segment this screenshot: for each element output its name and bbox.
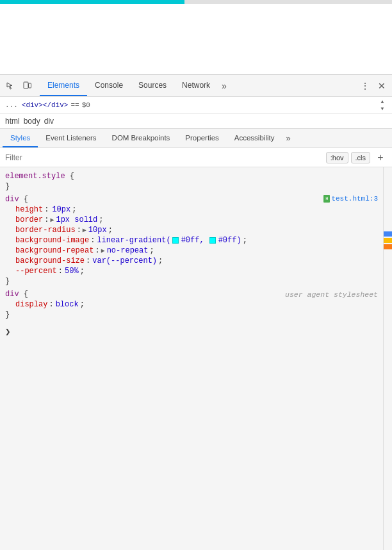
path-item-div[interactable]: div — [44, 117, 54, 126]
devtools-panel: Elements Console Sources Network » ⋮ ✕ .… — [0, 74, 392, 550]
tab-elements[interactable]: Elements — [40, 75, 87, 96]
breadcrumb-tag[interactable]: <div></div> — [22, 101, 69, 109]
cls-button[interactable]: .cls — [351, 152, 371, 163]
cursor-pointer: ❯ — [5, 327, 10, 337]
subtab-styles[interactable]: Styles — [3, 129, 38, 147]
breadcrumb-bar: ... <div></div> == $0 ▲ ▼ — [0, 97, 392, 113]
subtab-event-listeners[interactable]: Event Listeners — [38, 129, 104, 147]
filter-bar: :hov .cls + — [0, 148, 392, 167]
gutter-strip-yellow — [384, 238, 392, 243]
color-swatch-1[interactable] — [172, 237, 179, 244]
div-rule-close: } — [0, 276, 383, 287]
path-item-body[interactable]: body — [24, 117, 40, 126]
inspect-icon[interactable] — [3, 78, 18, 94]
tab-sources[interactable]: Sources — [131, 75, 174, 96]
border-expand[interactable]: ▶ — [50, 216, 54, 224]
menu-icon[interactable]: ⋮ — [357, 78, 373, 94]
path-item-html[interactable]: html — [5, 117, 20, 126]
svg-rect-0 — [24, 82, 28, 88]
breadcrumb-dots: ... — [5, 101, 18, 109]
div-rule: div { H test.html:3 height : 10px — [0, 193, 383, 288]
file-icon: H — [323, 195, 330, 203]
subtab-dom-breakpoints[interactable]: DOM Breakpoints — [104, 129, 178, 147]
bg-repeat-expand[interactable]: ▶ — [101, 247, 105, 254]
subtab-accessibility[interactable]: Accessibility — [227, 129, 282, 147]
tab-console[interactable]: Console — [87, 75, 131, 96]
css-prop-background-size: background-size : var(--percent) ; — [0, 256, 383, 266]
right-gutter — [383, 167, 392, 550]
color-swatch-2[interactable] — [209, 237, 216, 244]
css-prop-background-image: background-image : linear-gradient( #0ff… — [0, 235, 383, 246]
toolbar-icons — [3, 78, 40, 94]
css-prop-display: display : block ; — [0, 299, 383, 310]
more-tabs-button[interactable]: » — [218, 75, 231, 96]
gutter-strip-blue — [384, 231, 392, 237]
css-prop-border: border : ▶ 1px solid ; — [0, 215, 383, 225]
tab-network[interactable]: Network — [174, 75, 218, 96]
css-content: element.style { } div { H test.html:3 — [0, 167, 383, 550]
div-user-agent-rule: div { user agent stylesheet display : bl… — [0, 288, 383, 321]
div-ua-rule-close: } — [0, 310, 383, 320]
scroll-down-btn[interactable]: ▼ — [378, 105, 387, 112]
filter-buttons: :hov .cls — [326, 152, 370, 163]
border-radius-expand[interactable]: ▶ — [83, 226, 86, 234]
scroll-up-btn[interactable]: ▲ — [378, 98, 387, 104]
add-style-button[interactable]: + — [374, 151, 387, 164]
toolbar-right: ⋮ ✕ — [357, 78, 389, 94]
div-ua-selector[interactable]: div { — [5, 290, 28, 299]
subtab-properties[interactable]: Properties — [177, 129, 226, 147]
cursor-area: ❯ — [0, 321, 383, 342]
path-bar: html body div — [0, 113, 392, 129]
close-icon[interactable]: ✕ — [374, 78, 389, 94]
toolbar-tabs: Elements Console Sources Network » — [40, 75, 357, 96]
subtabs-bar: Styles Event Listeners DOM Breakpoints P… — [0, 129, 392, 148]
svg-rect-1 — [29, 83, 31, 88]
file-link[interactable]: H test.html:3 — [323, 195, 378, 203]
breadcrumb-scroll[interactable]: ▲ ▼ — [378, 98, 387, 112]
breadcrumb-equals: == — [70, 101, 79, 109]
devtools-toolbar: Elements Console Sources Network » ⋮ ✕ — [0, 75, 392, 97]
subtabs-more-button[interactable]: » — [282, 129, 294, 147]
breadcrumb-dollar: $0 — [82, 101, 90, 109]
css-prop-border-radius: border-radius : ▶ 10px ; — [0, 225, 383, 235]
element-style-selector[interactable]: element.style { — [0, 171, 383, 181]
css-prop-percent: --percent : 50% ; — [0, 266, 383, 276]
css-prop-height: height : 10px ; — [0, 204, 383, 215]
css-prop-background-repeat: background-repeat : ▶ no-repeat ; — [0, 246, 383, 256]
hov-button[interactable]: :hov — [326, 152, 348, 163]
gutter-strip-orange — [384, 244, 392, 249]
filter-input[interactable] — [5, 153, 322, 162]
div-selector[interactable]: div { — [5, 195, 28, 204]
file-link-area: H test.html:3 — [323, 195, 378, 203]
device-icon[interactable] — [19, 78, 35, 94]
element-style-rule: element.style { } — [0, 170, 383, 193]
gutter-spacer — [384, 167, 392, 231]
user-agent-label: user agent stylesheet — [285, 290, 378, 299]
element-style-close: } — [0, 181, 383, 192]
browser-page — [0, 4, 392, 74]
css-area: element.style { } div { H test.html:3 — [0, 167, 392, 550]
